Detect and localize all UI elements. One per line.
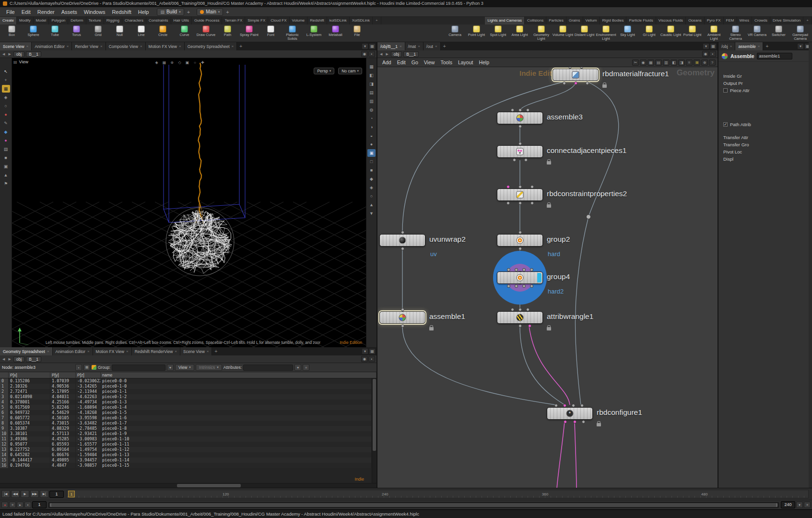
output-dot[interactable]: [586, 82, 589, 85]
textures-icon[interactable]: ◍: [367, 106, 376, 114]
tab-animation-editor[interactable]: Animation Editor×: [32, 42, 72, 50]
parameter-scrollbar[interactable]: [809, 42, 812, 488]
close-tab-icon[interactable]: ×: [100, 44, 103, 48]
materials-icon[interactable]: ▥: [367, 97, 376, 105]
add-main-button[interactable]: +: [224, 9, 231, 15]
pane-menu-icon[interactable]: ▾: [703, 43, 709, 49]
shelf-tool-path[interactable]: Path: [217, 24, 238, 42]
pane-menu-icon[interactable]: ▾: [797, 43, 804, 49]
shelf-tab-viscous-fluids[interactable]: Viscous Fluids: [656, 17, 686, 24]
output-dot[interactable]: [506, 201, 510, 205]
shelf-tool-platonic-solids[interactable]: Platonic Solids: [282, 24, 303, 42]
follow-selection-icon[interactable]: ▦: [83, 364, 90, 371]
pane-split-icon[interactable]: ▦: [369, 43, 376, 49]
new-tab-button[interactable]: +: [237, 42, 245, 50]
node-rbdmaterialfracture1[interactable]: [553, 69, 599, 81]
tab-scene-view[interactable]: Scene View×: [0, 42, 32, 50]
input-dot[interactable]: [522, 268, 526, 271]
node-label-rbdconfigure1[interactable]: rbdconfigure1: [597, 408, 642, 417]
shelf-tab-grains[interactable]: Grains: [566, 17, 583, 24]
shelf-tool-gamepad-camera[interactable]: Gamepad Camera: [789, 24, 811, 42]
menu-windows[interactable]: Windows: [81, 9, 109, 15]
menu-icon[interactable]: ≡: [686, 59, 693, 66]
node-group2[interactable]: [497, 234, 543, 247]
output-dot[interactable]: [524, 158, 528, 162]
shelf-tool-l-system[interactable]: L-System: [303, 24, 325, 42]
select-arrow-icon[interactable]: ↖: [2, 68, 10, 75]
range-menu-button[interactable]: ▾: [796, 502, 803, 508]
node-assemble1[interactable]: [379, 311, 425, 324]
scroll-up-icon[interactable]: ▲: [367, 201, 376, 209]
shelf-tool-null[interactable]: Null: [109, 24, 130, 42]
lasso-select-icon[interactable]: ◈: [153, 59, 160, 66]
snapshot-icon[interactable]: ▣: [367, 149, 376, 157]
shelf-tool-volume-light[interactable]: Volume Light: [552, 24, 574, 42]
shelf-tool-spray-paint[interactable]: Spray Paint: [238, 24, 260, 42]
add-desktop-button[interactable]: +: [185, 9, 192, 15]
input-dot[interactable]: [568, 67, 572, 69]
add-geo-icon[interactable]: ✚: [200, 59, 206, 66]
new-tab-button[interactable]: +: [763, 42, 771, 50]
shelf-tool-area-light[interactable]: Area Light: [509, 24, 530, 42]
node-label-assemble1[interactable]: assemble1: [429, 312, 465, 321]
tab-obj[interactable]: /obj×: [718, 42, 735, 50]
shelf-tool-environment-light[interactable]: Environment Light: [595, 24, 617, 42]
shelf-tab-crowds[interactable]: Crowds: [752, 17, 770, 24]
node-group4[interactable]: [497, 271, 543, 284]
new-tab-button[interactable]: +: [212, 347, 220, 355]
input-dot[interactable]: [518, 185, 522, 188]
grid-toggle-icon[interactable]: ◔: [367, 115, 376, 122]
input-dot[interactable]: [506, 185, 510, 188]
view-tool-icon[interactable]: ■: [2, 154, 10, 162]
input-dot[interactable]: [518, 308, 522, 311]
shelf-tab-cloud-fx[interactable]: Cloud FX: [268, 17, 289, 24]
pane-menu-icon[interactable]: ▾: [362, 43, 368, 49]
path-crumb-b-1[interactable]: B__1: [26, 356, 41, 362]
shelf-tool-portal-light[interactable]: Portal Light: [682, 24, 703, 42]
shelf-tool-vr-camera[interactable]: VR Camera: [746, 24, 768, 42]
shelf-tab-pyro-fx[interactable]: Pyro FX: [705, 17, 724, 24]
camera-lock-icon[interactable]: ◒: [367, 132, 376, 140]
shelf-tab-texture[interactable]: Texture: [86, 17, 104, 24]
output-dot[interactable]: [574, 82, 577, 85]
input-dot[interactable]: [580, 67, 583, 69]
visibility-icon[interactable]: ◇: [177, 59, 183, 66]
shelf-tool-tube[interactable]: Tube: [44, 24, 66, 42]
input-dot[interactable]: [507, 268, 510, 271]
input-dot[interactable]: [526, 308, 530, 311]
shelf-tab-lights-and-cameras[interactable]: Lights and Cameras: [485, 17, 525, 24]
background-icon[interactable]: ◈: [367, 184, 376, 191]
node-label-rbdmaterialfracture1[interactable]: rbdmaterialfracture1: [602, 70, 669, 78]
shelf-tab-model[interactable]: Model: [34, 17, 49, 24]
input-dot[interactable]: [580, 404, 584, 407]
layout-grid-icon[interactable]: ▦: [647, 59, 654, 66]
range-start-field[interactable]: 1: [32, 501, 47, 508]
node-label-connectadjacentpieces1[interactable]: connectadjacentpieces1: [547, 146, 626, 155]
shelf-tab-drive-simulation[interactable]: Drive Simulation: [770, 17, 803, 24]
input-dot[interactable]: [515, 268, 518, 271]
input-dot[interactable]: [401, 231, 404, 234]
add-shelf-tab-button[interactable]: +: [803, 17, 812, 24]
node-label-assemble3[interactable]: assemble3: [547, 113, 583, 121]
shelf-tab-polygon[interactable]: Polygon: [49, 17, 68, 24]
render-region-icon[interactable]: □: [367, 158, 376, 165]
shelf-tool-grid[interactable]: Grid: [87, 24, 109, 42]
net-menu-edit[interactable]: Edit: [394, 59, 409, 65]
path-crumb-obj[interactable]: obj: [13, 51, 24, 57]
tab-assemble[interactable]: assemble×: [735, 42, 763, 50]
tab-composite-view[interactable]: Composite View×: [106, 42, 146, 50]
playbar-menu-button[interactable]: ≡: [804, 502, 811, 508]
snap-icon[interactable]: ◆: [2, 128, 10, 136]
pane-pin-icon[interactable]: ◉: [361, 356, 368, 362]
shelf-tab-fem[interactable]: FEM: [724, 17, 737, 24]
node-label-group4[interactable]: group4: [547, 272, 570, 281]
input-dot[interactable]: [526, 108, 530, 112]
close-tab-icon[interactable]: ×: [26, 44, 29, 48]
shelf-tool-line[interactable]: Line: [130, 24, 152, 42]
menu-edit[interactable]: Edit: [18, 9, 34, 15]
step-button[interactable]: ▸: [17, 502, 24, 508]
node-assemble3[interactable]: [497, 112, 543, 124]
playhead[interactable]: 1: [68, 491, 75, 497]
shading-icon[interactable]: ▦: [367, 63, 376, 71]
range-end-field[interactable]: 240: [781, 501, 795, 508]
